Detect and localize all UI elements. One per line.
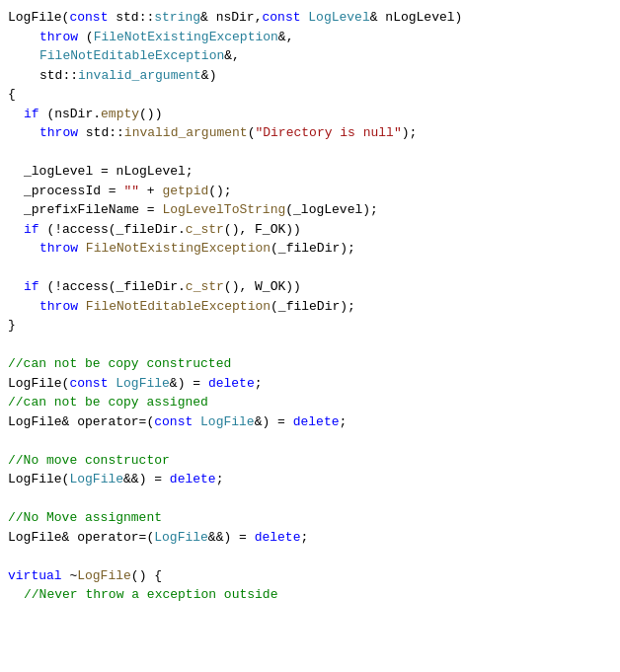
code-line [0, 143, 620, 163]
code-line: LogFile(const LogFile&) = delete; [0, 374, 620, 394]
code-line: //No Move assignment [0, 508, 620, 528]
code-line: LogFile& operator=(const LogFile&) = del… [0, 412, 620, 432]
code-line: virtual ~LogFile() { [0, 566, 620, 586]
code-line: throw FileNotExistingException(_fileDir)… [0, 239, 620, 259]
code-editor: LogFile(const std::string& nsDir,const L… [0, 0, 620, 672]
code-line [0, 259, 620, 278]
code-line: LogFile(const std::string& nsDir,const L… [0, 8, 620, 28]
code-line: if (nsDir.empty()) [0, 105, 620, 124]
code-line [0, 489, 620, 509]
code-line: throw std::invalid_argument("Directory i… [0, 123, 620, 143]
code-line: _logLevel = nLogLevel; [0, 162, 620, 182]
code-line [0, 431, 620, 451]
code-line: //can not be copy assigned [0, 393, 620, 412]
code-line [0, 336, 620, 355]
code-line: throw FileNotEditableException(_fileDir)… [0, 297, 620, 317]
code-line: LogFile(LogFile&&) = delete; [0, 470, 620, 489]
code-line: //Never throw a exception outside [0, 585, 620, 605]
code-line: throw (FileNotExistingException&, [0, 28, 620, 47]
code-line: _processId = "" + getpid(); [0, 182, 620, 201]
code-line [0, 547, 620, 566]
code-line: std::invalid_argument&) [0, 66, 620, 86]
code-line: { [0, 85, 620, 105]
code-line: //can not be copy constructed [0, 354, 620, 374]
code-line: LogFile& operator=(LogFile&&) = delete; [0, 528, 620, 548]
code-line: if (!access(_fileDir.c_str(), F_OK)) [0, 220, 620, 240]
code-line: if (!access(_fileDir.c_str(), W_OK)) [0, 277, 620, 297]
code-line: FileNotEditableException&, [0, 46, 620, 66]
code-line: } [0, 316, 620, 336]
code-line: //No move constructor [0, 451, 620, 471]
code-line: _prefixFileName = LogLevelToString(_logL… [0, 200, 620, 220]
